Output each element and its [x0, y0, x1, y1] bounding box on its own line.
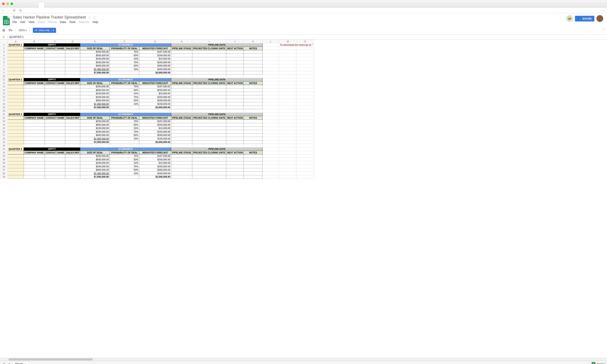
cell[interactable]: $400,000.00 [80, 99, 110, 102]
cell[interactable]: $1,000,000.00 [80, 102, 110, 106]
browser-tab[interactable] [38, 2, 45, 8]
row-header[interactable]: 35 [0, 161, 8, 165]
cell[interactable]: 75% [110, 130, 139, 134]
cell[interactable] [297, 88, 314, 92]
cell[interactable] [263, 61, 279, 64]
cell[interactable]: $10,000.00 [139, 92, 171, 95]
cell[interactable]: PROJECTED CLOSING DATE [192, 47, 226, 50]
cell[interactable] [192, 64, 226, 67]
cell[interactable]: QUARTER 1 [8, 43, 24, 47]
cell[interactable]: CONTACT NAME [45, 81, 65, 85]
cell[interactable] [24, 99, 45, 102]
cell[interactable] [192, 123, 226, 127]
cell[interactable] [244, 95, 263, 99]
cell[interactable]: $200,000.00 [139, 133, 171, 137]
cell[interactable]: SIZE OF DEAL [80, 81, 110, 85]
url-bar[interactable]: 🔍 [19, 9, 24, 12]
row-header[interactable]: 32 [0, 151, 8, 155]
cell[interactable] [171, 106, 192, 109]
explore-button[interactable]: ✦ Explore [592, 362, 605, 364]
cell[interactable]: 10% [110, 161, 139, 165]
cell[interactable]: SIZE OF DEAL [80, 47, 110, 50]
cell[interactable] [297, 133, 314, 137]
cell[interactable] [8, 140, 24, 144]
cell[interactable] [226, 144, 244, 147]
row-header[interactable]: 36 [0, 165, 8, 168]
cell[interactable] [192, 75, 226, 78]
cell[interactable]: PROJECTED CLOSING DATE [192, 151, 226, 155]
cell[interactable] [45, 99, 65, 102]
menu-view[interactable]: View [28, 20, 34, 24]
cell[interactable] [171, 54, 192, 57]
cell[interactable] [297, 57, 314, 61]
print-icon[interactable]: 🖶 [2, 28, 5, 32]
cell[interactable]: To download the sheet go to " [279, 43, 314, 47]
cell[interactable] [297, 47, 314, 50]
cell[interactable] [65, 140, 80, 144]
cell[interactable] [279, 106, 297, 109]
cell[interactable]: ECONOMICS [80, 78, 171, 81]
cell[interactable] [45, 106, 65, 109]
cell[interactable] [110, 144, 139, 147]
row-header[interactable]: 18 [0, 102, 8, 106]
row-header[interactable]: 9 [0, 71, 8, 75]
cell[interactable]: $100,000.00 [139, 67, 171, 71]
cell[interactable] [8, 119, 24, 123]
cell[interactable] [263, 123, 279, 127]
row-header[interactable]: 3 [0, 50, 8, 54]
window-minimize-icon[interactable] [6, 2, 9, 5]
column-header[interactable]: D [65, 40, 80, 43]
cell[interactable]: $100,000.00 [139, 137, 171, 141]
cell[interactable]: $100,000.00 [80, 161, 110, 165]
cell[interactable] [65, 133, 80, 137]
sheets-logo-icon[interactable] [2, 15, 11, 26]
row-header[interactable]: 24 [0, 123, 8, 127]
cell[interactable]: $200,000.00 [139, 64, 171, 67]
cell[interactable] [171, 57, 192, 61]
cell[interactable] [226, 119, 244, 123]
cell[interactable] [279, 151, 297, 155]
cell[interactable] [244, 127, 263, 130]
cell[interactable] [8, 50, 24, 54]
cell[interactable] [279, 168, 297, 172]
cell[interactable] [263, 147, 279, 151]
cell[interactable]: CONTACT NAME [45, 151, 65, 155]
cell[interactable] [226, 158, 244, 161]
cell[interactable]: PROJECTED CLOSING DATE [192, 81, 226, 85]
cell[interactable] [24, 88, 45, 92]
cell[interactable] [171, 71, 192, 75]
cell[interactable]: 10% [110, 102, 139, 106]
cell[interactable] [244, 175, 263, 179]
cell[interactable] [297, 61, 314, 64]
cell[interactable] [263, 47, 279, 50]
cell[interactable] [24, 137, 45, 141]
cell[interactable] [244, 50, 263, 54]
cell[interactable] [110, 109, 139, 113]
cell[interactable] [8, 88, 24, 92]
cell[interactable]: 75% [110, 85, 139, 88]
cell[interactable] [192, 102, 226, 106]
cell[interactable] [171, 50, 192, 54]
horizontal-scrollbar[interactable] [0, 358, 607, 361]
cell[interactable] [171, 67, 192, 71]
cell[interactable]: $3,600,000.00 [139, 140, 171, 144]
cell[interactable]: WEIGHTED FORECAST [139, 116, 171, 120]
row-header[interactable]: 7 [0, 64, 8, 67]
cell[interactable] [297, 113, 314, 116]
cell[interactable] [8, 47, 24, 50]
cell[interactable]: $7,000,000.00 [80, 140, 110, 144]
cell[interactable]: 75% [110, 61, 139, 64]
cell[interactable]: CONTACT NAME [45, 47, 65, 50]
cell[interactable] [8, 81, 24, 85]
cell[interactable] [171, 137, 192, 141]
cell[interactable] [279, 175, 297, 179]
cell[interactable] [297, 92, 314, 95]
cell[interactable] [297, 123, 314, 127]
cell[interactable]: $10,000.00 [139, 161, 171, 165]
menu-tools[interactable]: Tools [69, 20, 75, 24]
cell[interactable] [45, 123, 65, 127]
cell[interactable] [279, 47, 297, 50]
cell[interactable] [65, 123, 80, 127]
cell[interactable] [45, 161, 65, 165]
cell[interactable] [45, 175, 65, 179]
